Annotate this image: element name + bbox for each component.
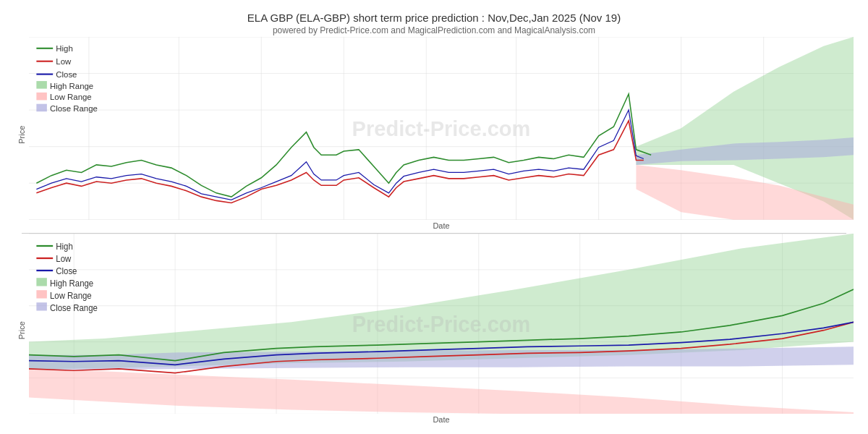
svg-text:Predict-Price.com: Predict-Price.com xyxy=(352,117,531,140)
main-title: ELA GBP (ELA-GBP) short term price predi… xyxy=(14,12,854,24)
chart2-y-label: Price xyxy=(14,234,29,427)
svg-text:Close: Close xyxy=(56,70,77,79)
svg-text:Low: Low xyxy=(56,57,72,66)
chart2-inner: 2.2 2.0 1.8 1.6 1.4 1.2 xyxy=(29,234,854,427)
svg-rect-83 xyxy=(36,278,47,286)
chart2-x-label: Date xyxy=(29,414,854,427)
title-section: ELA GBP (ELA-GBP) short term price predi… xyxy=(14,7,854,37)
svg-text:Low: Low xyxy=(56,253,71,264)
svg-text:Close: Close xyxy=(56,265,77,276)
svg-marker-75 xyxy=(29,370,854,414)
svg-text:Close Range: Close Range xyxy=(50,104,98,113)
svg-text:High: High xyxy=(56,44,72,53)
chart1-x-label: Date xyxy=(29,220,854,233)
svg-rect-39 xyxy=(36,81,47,89)
svg-text:Low Range: Low Range xyxy=(50,290,92,301)
svg-rect-41 xyxy=(36,93,47,101)
svg-text:High: High xyxy=(56,241,72,252)
svg-rect-85 xyxy=(36,290,47,298)
charts-area: Price 2.2 2.0 1.8 1. xyxy=(14,37,854,427)
svg-text:High Range: High Range xyxy=(50,278,94,289)
subtitle: powered by Predict-Price.com and Magical… xyxy=(14,25,854,35)
chart2-svg: 2.2 2.0 1.8 1.6 1.4 1.2 xyxy=(29,234,854,414)
svg-rect-87 xyxy=(36,302,47,310)
svg-text:Predict-Price.com: Predict-Price.com xyxy=(352,310,531,336)
chart2-svg-area: 2.2 2.0 1.8 1.6 1.4 1.2 xyxy=(29,234,854,414)
svg-text:Close Range: Close Range xyxy=(50,302,98,313)
svg-text:Low Range: Low Range xyxy=(50,93,92,101)
chart1-wrapper: Price 2.2 2.0 1.8 1. xyxy=(14,37,854,233)
chart1-y-label: Price xyxy=(14,37,29,233)
chart1-svg: 2.2 2.0 1.8 1.6 1.4 1.2 xyxy=(29,37,854,220)
chart1-inner: 2.2 2.0 1.8 1.6 1.4 1.2 xyxy=(29,37,854,233)
chart2-wrapper: Price 2.2 2.0 1.8 1. xyxy=(14,234,854,427)
svg-text:High Range: High Range xyxy=(50,82,93,90)
chart1-svg-area: 2.2 2.0 1.8 1.6 1.4 1.2 xyxy=(29,37,854,220)
svg-rect-43 xyxy=(36,104,47,112)
page-container: ELA GBP (ELA-GBP) short term price predi… xyxy=(0,0,868,434)
